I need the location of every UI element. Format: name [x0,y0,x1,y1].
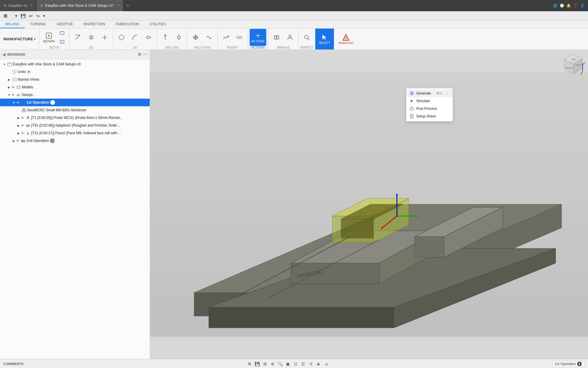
second-op-vis-icon[interactable]: 👁 [16,139,20,143]
modify-button1[interactable] [219,29,232,46]
2d-button3[interactable] [98,29,111,46]
manage-button2[interactable] [284,29,297,46]
title-bar: ⚙ EasyBox v1 ✕ ⚙ EasyBox with Vise Stock… [0,0,588,11]
viewport[interactable]: SendItCNC TOP [150,50,588,359]
generate-shortcut: ⌘G [436,92,442,95]
tab-easybox-vise[interactable]: ⚙ EasyBox with Vise Stock & CAM Setups v… [36,0,124,11]
view-cube[interactable]: TOP FRONT RIGHT Z X [562,53,585,76]
file-menu[interactable]: 📄▾ [10,13,18,19]
undo-button[interactable]: ↩ [28,13,34,19]
tab-inspection[interactable]: INSPECTION [78,21,110,28]
toolpath3-item[interactable]: ▶ 👁 [T21 (0:00:17)] Face2 (Face Mill, In… [0,129,150,137]
generate-item[interactable]: Generate ⌘G ⋮ [406,89,453,97]
settings-icon[interactable]: ⚙ [247,361,253,367]
tab-utilities[interactable]: UTILITIES [144,21,171,28]
models-vis-icon[interactable]: 👁 [11,85,15,89]
generate-more-icon[interactable]: ⋮ [446,91,449,95]
setups-icon [16,92,21,97]
tab-additive[interactable]: ADDITIVE [51,21,78,28]
setups-vis-icon[interactable]: 👁 [11,93,15,97]
tp2-icon [25,123,31,128]
root-item[interactable]: ▼ EasyBox with Vise Stock & CAM Setups v… [0,60,150,68]
2d-button1[interactable] [71,29,84,46]
mill-item[interactable]: SendItCNC Small Mill 6061 Aluminum [0,106,150,114]
first-op-vis-icon[interactable]: 👁 [16,100,20,105]
setup-sub2[interactable]: G [57,38,67,46]
drilling-button2[interactable] [172,29,185,46]
bell-icon[interactable]: 🔔 [567,4,571,8]
browser-more-icon[interactable]: ⋯ [143,52,147,57]
save-icon2[interactable]: 💾 [254,361,260,367]
second-op-item[interactable]: ▶ 👁 2nd Operation ○ [0,137,150,145]
manage-button1[interactable] [270,29,283,46]
setup-sheet-label: Setup Sheet [416,114,436,118]
svg-marker-38 [414,237,444,257]
tab-fabrication[interactable]: FABRICATION [110,21,144,28]
zoom-in-icon[interactable]: 🔍 [277,361,283,367]
modify-button2[interactable] [233,29,246,46]
senditcnc-button[interactable]: SENDITCNC [337,31,356,48]
zoom-fit-icon[interactable]: ⊕ [270,361,276,367]
3d-button2[interactable] [129,29,141,46]
named-views-item[interactable]: ▶ Named Views [0,76,150,83]
units-item: Units: in [0,68,150,76]
setup-button[interactable]: SETUP▾ [41,29,56,46]
manufacture-menu[interactable]: MANUFACTURE ▾ [0,29,39,49]
inspect-button1[interactable] [300,29,313,46]
multiaxis-button1[interactable] [189,29,202,46]
clock-icon[interactable]: 🕐 [560,4,564,8]
2d-section-label: 2D [89,46,93,49]
svg-text:X: X [580,73,582,76]
actions-section-label: ACTIONS [251,46,264,49]
multiaxis-button2[interactable] [203,29,216,46]
setups-item[interactable]: ▼ 👁 Setups … [0,91,150,99]
3d-button3[interactable] [142,29,155,46]
toolbar-tab-nav: MILLING TURNING ADDITIVE INSPECTION FABR… [0,21,588,29]
select-icon2[interactable]: ◈ [316,361,322,367]
3d-button1[interactable] [115,29,128,46]
grid-icon[interactable]: ⊞ [262,361,268,367]
drilling-button1[interactable] [159,29,172,46]
post-process-label: Post Process [416,107,437,111]
collapse-icon[interactable]: ◀ [2,52,6,57]
browser-settings-icon[interactable]: ⚙ [138,52,141,57]
svg-rect-10 [274,36,276,39]
filter-icon[interactable]: ⊿ [323,361,329,367]
toolpath1-item[interactable]: ▶ 👁 [T1 (0:00:09)] Probe WCS1 (Probe 6mm… [0,114,150,122]
first-op-label: 1st Operation [26,100,49,105]
view-icon[interactable]: ▣ [285,361,291,367]
more-button[interactable]: ▾ [42,13,46,19]
toolpath2-item[interactable]: ▶ 👁 [T91 (0:02:48)] Adaptive1 (Rougher a… [0,122,150,129]
setup-sheet-item[interactable]: Setup Sheet [406,112,453,120]
setup-sub1[interactable] [57,29,67,37]
tab-milling[interactable]: MILLING [0,21,25,28]
tab-turning[interactable]: TURNING [25,21,51,28]
display-icon[interactable]: ⊡ [293,361,299,367]
tp2-vis-icon[interactable]: 👁 [21,123,25,127]
nav-back-icon[interactable]: 🌐 [553,4,557,8]
2d-button2[interactable] [85,29,98,46]
apps-button[interactable]: ⊞ [2,12,9,19]
save-button[interactable]: 💾 [19,13,27,19]
tp3-vis-icon[interactable]: 👁 [21,131,25,135]
user-icon[interactable]: 👤 [580,4,584,8]
post-process-item[interactable]: Post Process [406,105,453,112]
tp1-vis-icon[interactable]: 👁 [21,116,25,120]
first-op-item[interactable]: ▼ 👁 1st Operation • [0,99,150,106]
tab2-close[interactable]: ✕ [117,4,120,7]
select-button[interactable]: SELECT [317,31,332,48]
redo-button[interactable]: ↪ [35,13,41,19]
orbit-icon[interactable]: ↺ [308,361,314,367]
layers-icon[interactable]: ☰ [300,361,306,367]
new-tab-button[interactable]: + [124,3,132,8]
models-item[interactable]: ▶ 👁 Models [0,83,150,91]
models-arrow: ▶ [7,85,11,89]
help-icon[interactable]: ❓ [573,4,578,8]
simulate-item[interactable]: Simulate [406,97,453,105]
tab1-close[interactable]: ✕ [30,4,33,7]
tp3-arrow: ▶ [16,131,21,135]
svg-rect-67 [410,108,414,110]
operation-info: ℹ [577,362,582,366]
tab-easybox-v1[interactable]: ⚙ EasyBox v1 ✕ [0,0,36,11]
actions-generate-button[interactable]: ACTIONS [250,29,266,46]
